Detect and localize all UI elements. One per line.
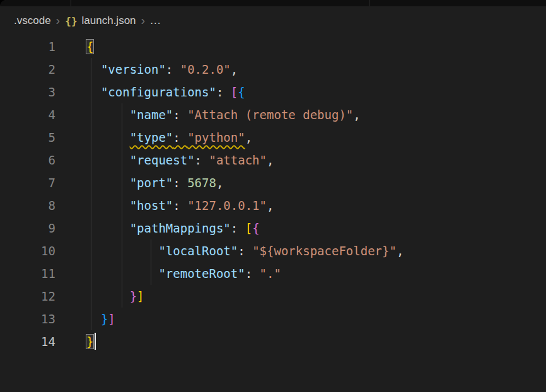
code-token (86, 153, 130, 167)
code-token: , (245, 130, 252, 144)
code-line[interactable]: 11 "remoteRoot": "." (0, 262, 546, 285)
code-line[interactable]: 3 "configurations": [{ (0, 81, 546, 103)
line-number[interactable]: 2 (0, 58, 55, 81)
tab-bar-edge (0, 0, 546, 6)
line-number[interactable]: 6 (0, 149, 55, 171)
code-token: : (195, 153, 209, 167)
code-token: { (252, 221, 259, 235)
vscode-editor: .vscode › {} launch.json › ... 1{2 "vers… (0, 0, 546, 392)
code-line[interactable]: 12 }] (0, 285, 546, 308)
code-token: : (173, 176, 187, 190)
code-token: "attach" (209, 153, 267, 167)
code-line-content: "pathMappings": [{ (55, 217, 260, 239)
code-line-content: { (55, 35, 93, 58)
code-line[interactable]: 14} (0, 330, 546, 353)
code-token: [ (245, 221, 252, 235)
code-token: "configurations" (101, 85, 216, 99)
code-token: } (101, 312, 108, 326)
code-token: : (173, 199, 187, 212)
code-token-warning: "type" (130, 130, 173, 144)
line-number[interactable]: 14 (0, 330, 55, 353)
code-line-content: "localRoot": "${workspaceFolder}", (55, 239, 404, 262)
code-token (86, 289, 130, 303)
code-line[interactable]: 4 "name": "Attach (remote debug)", (0, 103, 546, 126)
line-number[interactable]: 12 (0, 285, 55, 308)
code-token: ] (108, 312, 115, 326)
code-token: , (216, 176, 223, 190)
line-number[interactable]: 1 (0, 35, 55, 58)
code-token: "localRoot" (158, 244, 238, 258)
code-token: "${workspaceFolder}" (252, 244, 397, 258)
code-token: , (397, 244, 404, 258)
code-token (86, 176, 130, 190)
json-file-icon: {} (65, 15, 77, 27)
code-lines: 1{2 "version": "0.2.0",3 "configurations… (0, 35, 546, 353)
line-number[interactable]: 10 (0, 239, 55, 262)
code-token: ] (137, 289, 144, 303)
breadcrumb: .vscode › {} launch.json › ... (0, 6, 546, 35)
code-line[interactable]: 10 "localRoot": "${workspaceFolder}", (0, 239, 546, 262)
code-token: { (86, 40, 93, 54)
code-line-content: }] (55, 308, 115, 330)
code-line-content: "type": "python", (55, 126, 252, 149)
code-line[interactable]: 8 "host": "127.0.0.1", (0, 194, 546, 217)
chevron-right-icon: › (136, 14, 151, 26)
code-token: } (130, 289, 137, 303)
breadcrumb-file[interactable]: launch.json (82, 14, 136, 27)
code-line-content: "name": "Attach (remote debug)", (55, 103, 361, 126)
code-token: "remoteRoot" (158, 267, 245, 280)
line-number[interactable]: 13 (0, 308, 55, 330)
code-token: : (245, 267, 260, 280)
code-line-content: "host": "127.0.0.1", (55, 194, 274, 217)
code-line[interactable]: 1{ (0, 35, 546, 58)
line-number[interactable]: 8 (0, 194, 55, 217)
text-cursor (95, 333, 96, 350)
code-line-content: "request": "attach", (55, 149, 274, 171)
code-line-content: "configurations": [{ (55, 81, 245, 103)
line-number[interactable]: 4 (0, 103, 55, 126)
line-number[interactable]: 11 (0, 262, 55, 285)
code-line-content: } (55, 330, 96, 353)
tab-separator (369, 0, 369, 6)
code-token-warning: "python" (187, 130, 245, 144)
line-number[interactable]: 9 (0, 217, 55, 239)
code-token (86, 85, 101, 99)
code-token (86, 244, 158, 258)
code-token: { (238, 85, 245, 99)
code-token (86, 221, 130, 235)
code-line-content: "port": 5678, (55, 171, 223, 194)
code-token: } (86, 335, 93, 349)
code-area[interactable]: 1{2 "version": "0.2.0",3 "configurations… (0, 35, 546, 353)
breadcrumb-folder[interactable]: .vscode (14, 14, 51, 27)
code-line[interactable]: 9 "pathMappings": [{ (0, 217, 546, 239)
code-line[interactable]: 5 "type": "python", (0, 126, 546, 149)
breadcrumb-symbol-more[interactable]: ... (150, 14, 161, 27)
line-number[interactable]: 3 (0, 81, 55, 103)
code-line[interactable]: 13 }] (0, 308, 546, 330)
line-number[interactable]: 5 (0, 126, 55, 149)
code-token: "127.0.0.1" (187, 199, 267, 212)
code-token: "host" (130, 199, 173, 212)
code-token: "." (260, 267, 281, 280)
code-token: , (267, 199, 274, 212)
code-token: : (231, 221, 245, 235)
code-token: : (238, 244, 252, 258)
code-token: , (353, 108, 360, 122)
code-token (86, 312, 101, 326)
code-token: "Attach (remote debug)" (187, 108, 353, 122)
code-token: "0.2.0" (180, 62, 231, 76)
code-token: "name" (130, 108, 173, 122)
code-token (86, 62, 101, 76)
code-token: "pathMappings" (130, 221, 231, 235)
code-token (86, 267, 158, 280)
code-token (86, 199, 130, 212)
code-line[interactable]: 7 "port": 5678, (0, 171, 546, 194)
code-line[interactable]: 2 "version": "0.2.0", (0, 58, 546, 81)
code-token (86, 108, 130, 122)
code-line-content: }] (55, 285, 144, 308)
code-token (86, 130, 130, 144)
line-number[interactable]: 7 (0, 171, 55, 194)
chevron-right-icon: › (51, 14, 66, 26)
code-line-content: "remoteRoot": "." (55, 262, 281, 285)
code-line[interactable]: 6 "request": "attach", (0, 149, 546, 171)
